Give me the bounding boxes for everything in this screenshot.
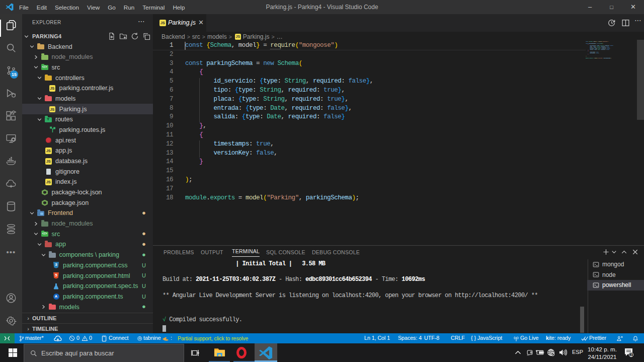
svg-text:2: 2 bbox=[630, 352, 632, 357]
